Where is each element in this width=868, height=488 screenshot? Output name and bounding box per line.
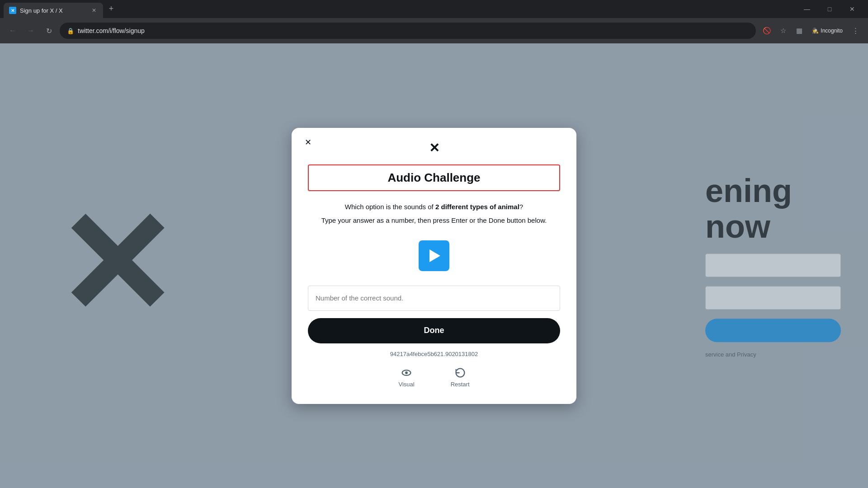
reload-button[interactable]: ↻: [42, 23, 56, 38]
window-controls: ― □ ✕: [797, 2, 863, 16]
modal-instruction: Type your answer as a number, then press…: [308, 216, 560, 226]
browser-chrome: ✕ Sign up for X / X ✕ + ― □ ✕ ← → ↻ 🔒 tw…: [0, 0, 868, 43]
close-button[interactable]: ✕: [842, 2, 863, 16]
address-bar-row: ← → ↻ 🔒 twitter.com/i/flow/signup 🚫 ☆ ▦ …: [0, 18, 868, 43]
new-tab-button[interactable]: +: [105, 2, 118, 15]
url-text: twitter.com/i/flow/signup: [78, 27, 145, 34]
active-tab[interactable]: ✕ Sign up for X / X ✕: [4, 3, 103, 18]
menu-button[interactable]: ⋮: [848, 23, 863, 38]
tab-close-button[interactable]: ✕: [90, 7, 98, 14]
modal-overlay: ✕ ✕ Audio Challenge Which option is the …: [0, 43, 868, 488]
address-bar[interactable]: 🔒 twitter.com/i/flow/signup: [60, 23, 756, 39]
restart-icon: [454, 366, 467, 379]
incognito-label: Incognito: [821, 28, 843, 34]
visual-option[interactable]: Visual: [398, 366, 414, 388]
toolbar-icons: 🚫 ☆ ▦ 🕵 Incognito ⋮: [760, 23, 863, 38]
lock-icon: 🔒: [67, 28, 74, 34]
x-logo-icon: ✕: [429, 141, 439, 155]
tab-bar: ✕ Sign up for X / X ✕ + ― □ ✕: [0, 0, 868, 18]
restart-label: Restart: [451, 381, 470, 388]
tab-favicon: ✕: [9, 7, 16, 14]
modal-description: Which option is the sounds of 2 differen…: [308, 202, 560, 212]
sidebar-icon[interactable]: ▦: [792, 23, 807, 38]
visual-label: Visual: [398, 381, 414, 388]
play-triangle-icon: [429, 249, 440, 262]
play-audio-button[interactable]: [419, 240, 449, 271]
cursor-icon: [442, 264, 451, 273]
desc-part2: ?: [519, 203, 523, 211]
desc-bold: 2 different types of animal: [435, 203, 519, 211]
play-button-container: [308, 240, 560, 271]
challenge-id: 94217a4febce5b621.9020131802: [308, 351, 560, 357]
desc-part1: Which option is the sounds of: [345, 203, 435, 211]
forward-button[interactable]: →: [24, 23, 38, 38]
restart-option[interactable]: Restart: [451, 366, 470, 388]
back-button[interactable]: ←: [5, 23, 20, 38]
page-background: ✕ ening now service and Privacy ✕ ✕ Audi…: [0, 43, 868, 488]
visual-eye-icon: [400, 366, 413, 379]
modal-title-box: Audio Challenge: [308, 164, 560, 191]
answer-input[interactable]: [308, 286, 560, 311]
audio-challenge-modal: ✕ ✕ Audio Challenge Which option is the …: [292, 128, 576, 404]
modal-footer: Visual Restart: [308, 366, 560, 388]
minimize-button[interactable]: ―: [797, 2, 817, 16]
modal-logo: ✕: [308, 141, 560, 155]
incognito-badge[interactable]: 🕵 Incognito: [808, 27, 846, 35]
modal-close-button[interactable]: ✕: [301, 135, 315, 150]
done-button[interactable]: Done: [308, 318, 560, 343]
svg-point-1: [405, 371, 408, 374]
modal-title: Audio Challenge: [387, 171, 480, 184]
incognito-icon: 🕵: [812, 28, 819, 34]
eyeoff-icon[interactable]: 🚫: [760, 23, 774, 38]
maximize-button[interactable]: □: [819, 2, 840, 16]
tab-title: Sign up for X / X: [20, 7, 87, 14]
bookmark-icon[interactable]: ☆: [776, 23, 790, 38]
